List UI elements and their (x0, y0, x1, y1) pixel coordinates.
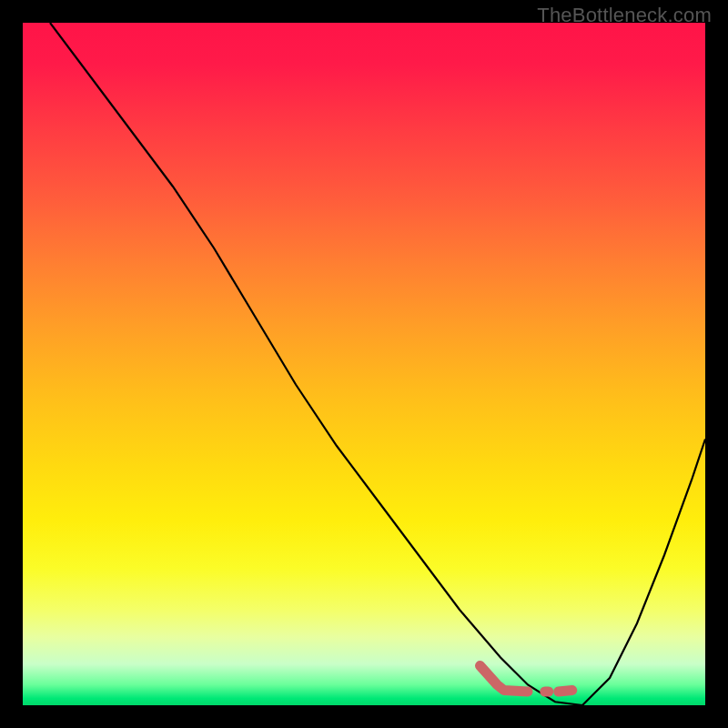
watermark-text: TheBottleneck.com (537, 4, 712, 27)
chart-overlay-svg (23, 23, 705, 705)
svg-line-1 (559, 691, 572, 693)
highlight-dashes (480, 666, 572, 693)
bottleneck-curve (50, 23, 705, 705)
chart-plot-area (23, 23, 705, 705)
